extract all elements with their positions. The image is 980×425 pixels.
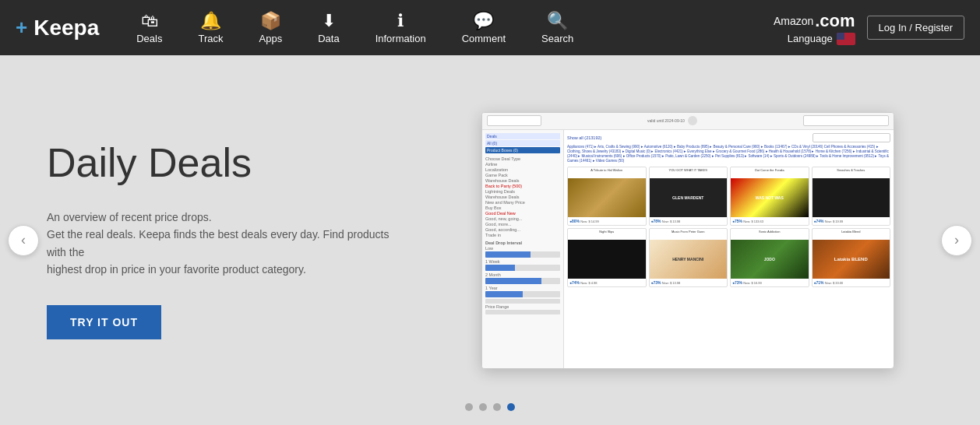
sc-card-5[interactable]: Music From Peter Gunn HENRY MANCINI ●73%… [649,228,728,287]
data-icon: ⬇ [322,11,336,31]
sc-card-6-art: JODO [763,255,777,263]
sc-price-3: Now: $ 19.99 [825,220,844,223]
nav-search-label: Search [541,33,573,44]
sc-badge-6: ●73% [732,280,742,285]
prev-slide-button[interactable]: ‹ [8,225,39,256]
sc-filter-airline[interactable]: Airline [485,162,560,167]
nav-apps-label: Apps [259,33,283,44]
sc-card-0-img [568,178,646,217]
dot-4[interactable] [507,403,515,411]
dot-3[interactable] [493,403,501,411]
sc-badge-2: ●75% [732,219,742,223]
login-button[interactable]: Log In / Register [867,16,964,40]
sc-price-0: Now: $ 14.99 [580,220,599,223]
nav-item-track[interactable]: 🔔 Track [184,5,237,51]
sc-search-subcategories[interactable] [813,133,890,142]
sc-filter-localization[interactable]: Localization [485,167,560,172]
sc-card-3-footer: ●74% Now: $ 19.99 [813,217,890,225]
sc-card-1-art: GLEN MARDENT [671,194,705,202]
sc-drop-low[interactable]: Low [485,246,560,251]
sc-badge-5: ●73% [651,280,661,285]
sc-filter-lightning[interactable]: Lightning Deals [485,189,560,194]
sc-drop-2month[interactable]: 2 Month [485,272,560,277]
sc-card-3-title: Smashes & Trashes [813,167,890,178]
sc-card-2[interactable]: Out Come the Freaks WAS NOT WAS ●75% Now… [730,167,809,226]
sc-filter-good-acc[interactable]: Good, according... [485,227,560,232]
logo[interactable]: + Keepa [16,16,99,40]
sc-filter-party[interactable]: Back to Party (500) [485,184,560,188]
nav-item-search[interactable]: 🔍 Search [527,5,587,51]
language-row: Language [788,33,855,45]
sc-drop-1year[interactable]: 1 Year [485,286,560,290]
nav-item-apps[interactable]: 📦 Apps [245,5,297,51]
sc-sidebar-drop: Deal Drop Interval Low 1 Week 2 Month 1 … [485,241,560,314]
sc-price-7: Now: $ 33.00 [825,281,844,285]
sc-card-4-img [568,240,646,279]
information-icon: ℹ [397,11,404,31]
sc-filter-warehouse2[interactable]: Warehouse Deals [485,195,560,199]
sc-filter-warehouse[interactable]: Warehouse Deals [485,178,560,183]
sc-rating-bar [485,310,560,314]
sc-sidebar: Deals All (0) Product Boxes (0) Choose D… [482,130,564,368]
nav-item-deals[interactable]: 🛍 Deals [122,5,176,51]
hero-description: An overview of recent price drops. Get t… [47,209,405,279]
sc-card-2-title: Out Come the Freaks [731,167,809,178]
sc-card-7-art: Latakia BLEND [833,255,869,263]
sc-drop-1week[interactable]: 1 Week [485,259,560,264]
sc-card-6-footer: ●73% Now: $ 16.99 [731,279,809,286]
sc-card-6[interactable]: Sonic Addiction JODO ●73% Now: $ 16.99 [730,228,809,287]
sc-filter-good-new[interactable]: Good, new, going... [485,216,560,221]
sc-bar-low [485,251,560,258]
sc-price-6: Now: $ 16.99 [743,281,762,285]
sc-badge-7: ●71% [814,280,824,285]
sc-price-5: Now: $ 13.98 [662,281,681,285]
dot-2[interactable] [479,403,487,411]
sc-price-4: Now: $ 4.98 [580,281,597,285]
sc-sidebar-product-boxes[interactable]: Product Boxes (0) [485,147,560,153]
sc-card-5-img: HENRY MANCINI [650,240,728,279]
sc-search-bar[interactable] [487,115,541,126]
sc-filter-buybox[interactable]: Buy Box [485,205,560,210]
sc-filter-good-deal-new[interactable]: Good Deal New [485,211,560,216]
sc-card-2-img: WAS NOT WAS [731,178,809,217]
sc-card-0-footer: ●80% Now: $ 14.99 [568,217,646,225]
nav-item-data[interactable]: ⬇ Data [304,5,353,51]
sc-filter-good-more[interactable]: Good, more... [485,222,560,227]
sc-drop-label: Deal Drop Interval [485,241,560,245]
hero-title: Daily Deals [47,141,405,185]
sc-card-5-art: HENRY MANCINI [671,255,705,263]
sc-info-icon [688,116,697,125]
nav-information-label: Information [375,33,426,44]
sc-bar-1year [485,291,560,297]
sc-sidebar-all[interactable]: All (0) [485,140,560,146]
sc-card-4[interactable]: Night Slips ●74% Now: $ 4.98 [567,228,647,287]
sc-show-all[interactable]: Show all (213192) [567,135,601,140]
sc-price-2: Now: $ 133.63 [743,220,763,223]
sc-card-1-img: GLEN MARDENT [650,178,728,217]
sc-card-0-title: A Tribute to Hal Walton [568,167,646,178]
sc-search-subcategory[interactable] [803,115,889,126]
nav-item-comment[interactable]: 💬 Comment [448,5,520,51]
sc-filter-gamepack[interactable]: Game Pack [485,173,560,177]
nav-right: Amazon .com Language Log In / Register [774,11,964,45]
sc-price-range-label: Price Range [485,304,560,309]
sc-card-3[interactable]: Smashes & Trashes ●74% Now: $ 19.99 [812,167,891,226]
sc-filter-trade[interactable]: Trade in [485,233,560,237]
sc-filter-new-many[interactable]: New and Many Price [485,200,560,205]
nav-item-information[interactable]: ℹ Information [361,5,440,51]
sc-badge-0: ●80% [569,219,580,223]
sc-card-7-title: Latakia Blend [813,229,890,240]
apps-icon: 📦 [260,11,281,31]
sc-main: Show all (213192) Appliances (471) ▸ Art… [564,130,894,368]
sc-card-7[interactable]: Latakia Blend Latakia BLEND ●71% Now: $ … [812,228,891,287]
cta-button[interactable]: TRY it Out [47,305,161,339]
sc-sidebar-deals[interactable]: Deals [485,133,560,139]
track-icon: 🔔 [200,11,221,31]
sc-card-0[interactable]: A Tribute to Hal Walton ●80% Now: $ 14.9… [567,167,647,226]
sc-card-1[interactable]: YOU GOT WHAT IT TAKES GLEN MARDENT ●78% … [649,167,728,226]
sc-badge-4: ●74% [569,280,580,285]
hero-section: ‹ Daily Deals An overview of recent pric… [0,55,980,425]
next-slide-button[interactable]: › [941,225,972,256]
dot-1[interactable] [465,403,473,411]
sc-badge-1: ●78% [651,219,661,223]
